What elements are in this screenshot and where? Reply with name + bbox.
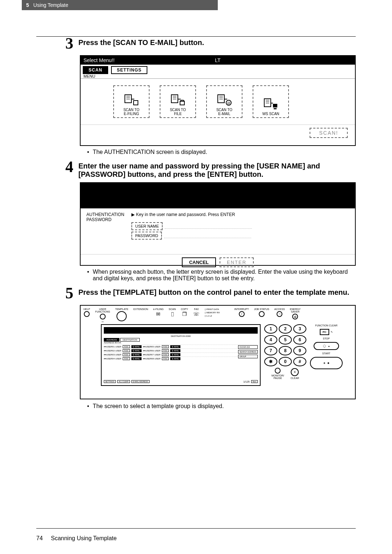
document-to-box-icon bbox=[124, 93, 139, 106]
start-diamond-icon: ◈ bbox=[323, 362, 325, 364]
keypad-area: 1 2 3 4 5 6 7 8 9 ✱ 0 # MONITOR/ PAU bbox=[264, 324, 306, 386]
extension-button[interactable]: EXTENSION bbox=[134, 308, 148, 310]
lcd-next-button[interactable]: Next bbox=[251, 380, 258, 383]
key-4[interactable]: 4 bbox=[264, 335, 277, 345]
key-2[interactable]: 2 bbox=[279, 324, 292, 334]
user-functions-icon bbox=[100, 314, 106, 319]
lcd-tab-destination[interactable]: DESTINATION bbox=[120, 338, 140, 342]
monitor-pause-button[interactable]: MONITOR/ PAUSE bbox=[271, 368, 284, 379]
search-address-button[interactable]: SEARCH ADDRESS bbox=[238, 350, 258, 354]
step-4: 4 Enter the user name and password by pr… bbox=[65, 159, 356, 179]
interrupt-button[interactable]: INTERRUPT ⤴ bbox=[234, 308, 249, 317]
step4-bullet: When pressing each button, the letter en… bbox=[87, 269, 356, 282]
fc-button[interactable]: FC bbox=[320, 329, 330, 335]
step-5: 5 Press the [TEMPLATE] button on the con… bbox=[65, 285, 356, 301]
password-button[interactable]: PASSWORD bbox=[131, 232, 162, 240]
scan-to-file-button[interactable]: SCAN TO FILE bbox=[160, 85, 196, 118]
fax-badge[interactable]: FAX bbox=[123, 345, 130, 348]
lcd-prompt: Select Menu!! bbox=[83, 57, 115, 63]
lcd-tabs: SCAN SETTINGS bbox=[81, 65, 355, 74]
access-button[interactable]: ACCESS ⊸ bbox=[274, 308, 285, 317]
key-0[interactable]: 0 bbox=[279, 357, 292, 366]
table-row: ##USER03 USER FAX E-MAIL ##USER07 USER F… bbox=[104, 353, 258, 357]
energy-saver-button[interactable]: ENERGY SAVER ⏻ bbox=[290, 308, 301, 319]
username-button[interactable]: USER NAME bbox=[131, 222, 162, 230]
energy-saver-icon: ⏻ bbox=[292, 314, 298, 319]
step5-bullet-text: The screen to select a template group is… bbox=[93, 403, 224, 410]
efiling-button[interactable]: e-FILING bbox=[153, 308, 164, 317]
lcd-bottom-bar: SCAN! bbox=[81, 125, 355, 141]
key-1[interactable]: 1 bbox=[264, 324, 277, 334]
cancel-button[interactable]: CANCEL bbox=[182, 257, 216, 267]
envelope-icon bbox=[156, 311, 160, 317]
tab-scan[interactable]: SCAN bbox=[83, 66, 108, 74]
key-9[interactable]: 9 bbox=[293, 346, 306, 355]
start-button[interactable]: ◈ ◆ bbox=[310, 357, 343, 369]
lcd-destination-count: DESTINATION:0000 bbox=[104, 335, 258, 337]
fax-badge[interactable]: FAX bbox=[162, 345, 169, 348]
lcd-allclear-button[interactable]: ALL CLEAR bbox=[117, 380, 130, 383]
key-5[interactable]: 5 bbox=[279, 335, 292, 345]
scan-to-email-label: SCAN TO E-MAIL bbox=[216, 108, 232, 116]
copy-icon bbox=[182, 311, 187, 317]
status-lights: ▯ PRINT DATA ▯ MEMORY RX ▯ L1 L2 bbox=[205, 308, 220, 317]
template-button[interactable]: TEMPLATE bbox=[115, 308, 128, 321]
key-hash[interactable]: # bbox=[293, 357, 306, 366]
key-6[interactable]: 6 bbox=[293, 335, 306, 345]
access-icon: ⊸ bbox=[277, 311, 282, 317]
user-functions-button[interactable]: USER FUNCTIONS ▭ bbox=[95, 308, 110, 323]
step5-bullet: The screen to select a template group is… bbox=[87, 403, 356, 410]
scan-to-email-button[interactable]: @ SCAN TO E-MAIL bbox=[206, 85, 242, 118]
lcd-settings-button[interactable]: SETTINGS bbox=[104, 380, 116, 383]
enter-button[interactable]: ENTER bbox=[220, 257, 254, 267]
interrupt-icon: ⤴ bbox=[239, 311, 245, 317]
footer-divider bbox=[36, 528, 356, 529]
group-button[interactable]: GROUP bbox=[238, 355, 258, 358]
known-id-button[interactable]: KNOWN ID# bbox=[238, 345, 258, 349]
table-row: ##USER01 USER FAX E-MAIL ##USER05 USER F… bbox=[104, 345, 258, 349]
lcd-screen: DESTINATION:0000 ADDRESS DESTINATION ADD… bbox=[101, 324, 261, 386]
table-row: ##USER02 USER FAX E-MAIL ##USER06 USER F… bbox=[104, 349, 258, 353]
table-row: ##USER04 USER FAX E-MAIL ##USER08 USER F… bbox=[104, 357, 258, 360]
key-8[interactable]: 8 bbox=[279, 346, 292, 355]
svg-rect-7 bbox=[273, 104, 277, 107]
monitor-pause-icon bbox=[275, 368, 281, 374]
key-star[interactable]: ✱ bbox=[264, 357, 277, 366]
username-field bbox=[165, 224, 252, 229]
job-status-button[interactable]: JOB STATUS bbox=[254, 308, 269, 317]
key-7[interactable]: 7 bbox=[264, 346, 277, 355]
help-button[interactable]: HELP bbox=[83, 308, 90, 317]
scanner-icon bbox=[171, 311, 174, 317]
copy-button[interactable]: COPY bbox=[181, 308, 188, 317]
ws-scan-label: WS SCAN bbox=[262, 112, 279, 116]
screenshot-authentication: AUTHENTICATION PASSWORD ▶ Key in the use… bbox=[80, 182, 356, 266]
clear-icon: C bbox=[291, 368, 299, 376]
email-badge[interactable]: E-MAIL bbox=[131, 345, 142, 348]
step3-bullet: The AUTHENTICATION screen is displayed. bbox=[87, 149, 356, 155]
fax-button[interactable]: FAX bbox=[193, 308, 200, 317]
key-3[interactable]: 3 bbox=[293, 324, 306, 334]
auth-black-bar bbox=[81, 183, 355, 208]
page-number: 74 bbox=[36, 535, 43, 541]
scan-execute-button[interactable]: SCAN! bbox=[310, 128, 348, 138]
eraser-icon: ✎ bbox=[331, 331, 333, 334]
scan-destination-row: SCAN TO E-FILING SCAN TO FILE @ SCAN TO … bbox=[81, 79, 355, 125]
stop-button[interactable]: ◯ ● bbox=[314, 342, 339, 350]
lcd-emailaddr-button[interactable]: E-MAIL ADDRESS bbox=[131, 380, 150, 383]
svg-rect-0 bbox=[125, 95, 131, 103]
scan-button[interactable]: SCAN bbox=[169, 308, 176, 317]
menu-label: MENU bbox=[81, 74, 355, 79]
ws-scan-button[interactable]: WS SCAN bbox=[253, 85, 289, 118]
clear-button[interactable]: C CLEAR bbox=[291, 368, 299, 379]
step3-number: 3 bbox=[65, 36, 73, 52]
lcd-tab-address[interactable]: ADDRESS bbox=[104, 338, 119, 342]
step-3: 3 Press the [SCAN TO E-MAIL] button. bbox=[65, 36, 356, 52]
tab-settings[interactable]: SETTINGS bbox=[111, 66, 147, 74]
svg-rect-6 bbox=[264, 99, 271, 107]
address-book-label: ADDRESS BOOK bbox=[104, 342, 258, 344]
svg-rect-8 bbox=[274, 108, 277, 109]
svg-rect-3 bbox=[218, 95, 224, 103]
scan-to-efiling-button[interactable]: SCAN TO E-FILING bbox=[113, 85, 150, 118]
email-badge[interactable]: E-MAIL bbox=[170, 345, 180, 348]
svg-text:@: @ bbox=[227, 101, 230, 105]
